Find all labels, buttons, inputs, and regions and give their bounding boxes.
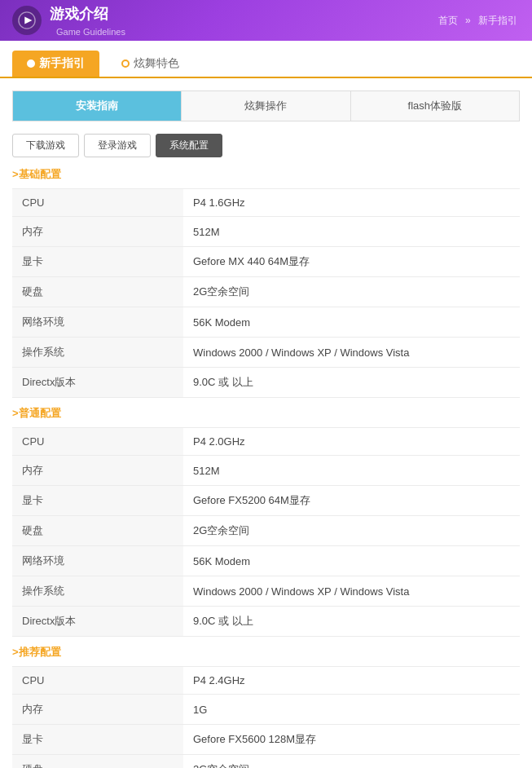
sub-tab-bar: 安装指南 炫舞操作 flash体验版: [12, 90, 520, 121]
value-cpu-basic: P4 1.6GHz: [183, 189, 520, 217]
tab-dot-features: [121, 60, 130, 68]
label-dx-basic: Directx版本: [12, 368, 183, 398]
sub-tab-install[interactable]: 安装指南: [13, 91, 182, 121]
label-gpu-normal: 显卡: [12, 486, 183, 516]
value-os-basic: Windows 2000 / Windows XP / Windows Vist…: [183, 338, 520, 368]
value-cpu-rec: P4 2.4GHz: [183, 667, 520, 695]
nav-current: 新手指引: [478, 15, 517, 26]
tab-features[interactable]: 炫舞特色: [107, 51, 194, 77]
table-row: CPUP4 2.0GHz: [12, 428, 520, 456]
table-row: 内存512M: [12, 217, 520, 247]
table-row: 硬盘2G空余空间: [12, 277, 520, 307]
table-row: 硬盘2G空余空间: [12, 516, 520, 546]
table-row: 硬盘2G空余空间: [12, 755, 520, 769]
value-net-normal: 56K Modem: [183, 546, 520, 576]
label-cpu-basic: CPU: [12, 189, 183, 217]
table-row: Directx版本9.0C 或 以上: [12, 607, 520, 637]
header-title: 游戏介绍: [50, 4, 125, 24]
label-net-basic: 网络环境: [12, 307, 183, 338]
table-row: 内存512M: [12, 456, 520, 486]
svg-marker-1: [24, 16, 32, 24]
value-cpu-normal: P4 2.0GHz: [183, 428, 520, 456]
label-ram-basic: 内存: [12, 217, 183, 247]
table-row: 显卡Gefore FX5200 64M显存: [12, 486, 520, 516]
value-disk-basic: 2G空余空间: [183, 277, 520, 307]
section-title-basic: >基础配置: [12, 167, 520, 182]
table-row: 内存1G: [12, 695, 520, 725]
action-buttons: 下载游戏 登录游戏 系统配置: [12, 134, 520, 157]
basic-config-table: CPUP4 1.6GHz 内存512M 显卡Gefore MX 440 64M显…: [12, 188, 520, 398]
table-row: 操作系统Windows 2000 / Windows XP / Windows …: [12, 338, 520, 368]
table-row: CPUP4 1.6GHz: [12, 189, 520, 217]
recommended-config-table: CPUP4 2.4GHz 内存1G 显卡Gefore FX5600 128M显存…: [12, 666, 520, 768]
tab-beginner[interactable]: 新手指引: [12, 51, 99, 77]
download-button[interactable]: 下载游戏: [12, 134, 79, 157]
value-gpu-basic: Gefore MX 440 64M显存: [183, 247, 520, 277]
value-gpu-normal: Gefore FX5200 64M显存: [183, 486, 520, 516]
table-row: 网络环境56K Modem: [12, 546, 520, 576]
label-gpu-rec: 显卡: [12, 725, 183, 755]
label-ram-rec: 内存: [12, 695, 183, 725]
value-ram-rec: 1G: [183, 695, 520, 725]
value-os-normal: Windows 2000 / Windows XP / Windows Vist…: [183, 576, 520, 607]
nav-home[interactable]: 首页: [438, 15, 458, 26]
value-gpu-rec: Gefore FX5600 128M显存: [183, 725, 520, 755]
sysconfig-button[interactable]: 系统配置: [156, 134, 222, 157]
label-disk-normal: 硬盘: [12, 516, 183, 546]
label-net-normal: 网络环境: [12, 546, 183, 576]
label-dx-normal: Directx版本: [12, 607, 183, 637]
logo: [12, 6, 42, 35]
main-tab-bar: 新手指引 炫舞特色: [0, 41, 532, 78]
label-ram-normal: 内存: [12, 456, 183, 486]
label-disk-rec: 硬盘: [12, 755, 183, 769]
table-row: 操作系统Windows 2000 / Windows XP / Windows …: [12, 576, 520, 607]
value-disk-rec: 2G空余空间: [183, 755, 520, 769]
label-cpu-rec: CPU: [12, 667, 183, 695]
label-disk-basic: 硬盘: [12, 277, 183, 307]
value-dx-normal: 9.0C 或 以上: [183, 607, 520, 637]
header: 游戏介绍 Game Guidelines 首页 » 新手指引: [0, 0, 532, 41]
sub-tab-operations[interactable]: 炫舞操作: [182, 91, 350, 121]
nav-separator: »: [465, 15, 471, 26]
label-gpu-basic: 显卡: [12, 247, 183, 277]
table-row: Directx版本9.0C 或 以上: [12, 368, 520, 398]
tab-dot-beginner: [27, 60, 35, 68]
table-row: 显卡Gefore MX 440 64M显存: [12, 247, 520, 277]
breadcrumb: 首页 » 新手指引: [436, 14, 520, 28]
value-disk-normal: 2G空余空间: [183, 516, 520, 546]
content-area: 安装指南 炫舞操作 flash体验版 下载游戏 登录游戏 系统配置 >基础配置 …: [0, 78, 532, 768]
value-ram-basic: 512M: [183, 217, 520, 247]
table-row: CPUP4 2.4GHz: [12, 667, 520, 695]
header-subtitle: Game Guidelines: [56, 27, 125, 37]
label-os-basic: 操作系统: [12, 338, 183, 368]
sub-tab-flash[interactable]: flash体验版: [351, 91, 519, 121]
login-button[interactable]: 登录游戏: [84, 134, 151, 157]
normal-config-table: CPUP4 2.0GHz 内存512M 显卡Gefore FX5200 64M显…: [12, 427, 520, 637]
label-cpu-normal: CPU: [12, 428, 183, 456]
value-dx-basic: 9.0C 或 以上: [183, 368, 520, 398]
table-row: 网络环境56K Modem: [12, 307, 520, 338]
section-title-recommended: >推荐配置: [12, 645, 520, 660]
label-os-normal: 操作系统: [12, 576, 183, 607]
value-ram-normal: 512M: [183, 456, 520, 486]
section-title-normal: >普通配置: [12, 406, 520, 421]
value-net-basic: 56K Modem: [183, 307, 520, 338]
table-row: 显卡Gefore FX5600 128M显存: [12, 725, 520, 755]
